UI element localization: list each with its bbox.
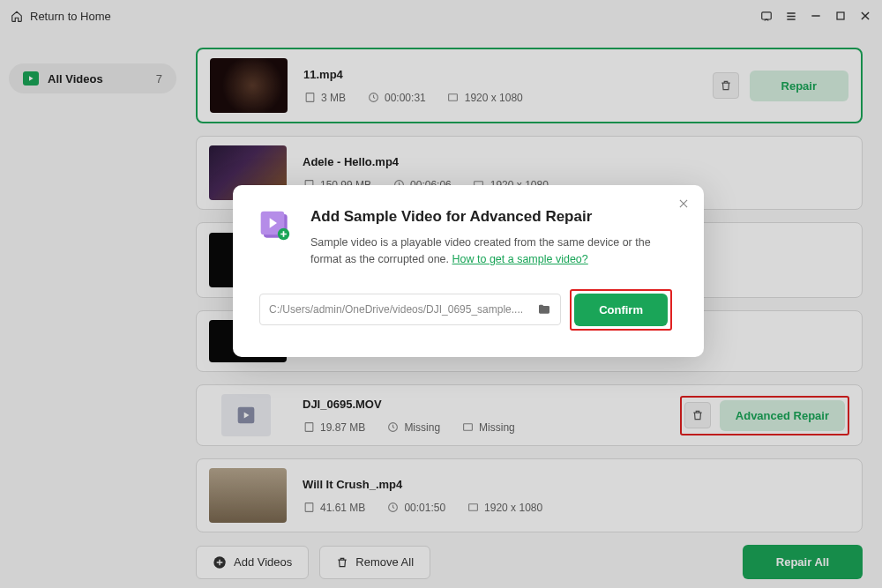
confirm-highlight: Confirm xyxy=(570,289,672,331)
sample-video-help-link[interactable]: How to get a sample video? xyxy=(452,253,588,265)
modal-title: Add Sample Video for Advanced Repair xyxy=(310,208,672,226)
confirm-button[interactable]: Confirm xyxy=(574,294,668,326)
browse-folder-icon[interactable] xyxy=(537,302,551,316)
video-add-icon xyxy=(259,210,295,245)
modal-description: Sample video is a playable video created… xyxy=(310,234,672,268)
modal-close-button[interactable] xyxy=(677,197,690,210)
sample-path-input[interactable]: C:/Users/admin/OneDrive/videos/DJI_0695_… xyxy=(259,294,561,325)
add-sample-video-modal: Add Sample Video for Advanced Repair Sam… xyxy=(233,185,704,357)
sample-path-value: C:/Users/admin/OneDrive/videos/DJI_0695_… xyxy=(269,303,523,316)
